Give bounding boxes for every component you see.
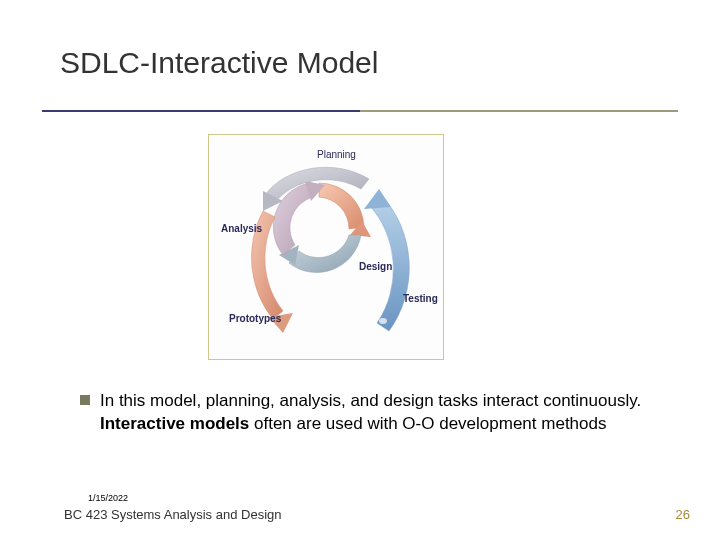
arrowhead-blue — [364, 189, 391, 209]
diagram-label-testing: Testing — [403, 293, 438, 304]
footer-course: BC 423 Systems Analysis and Design — [64, 507, 282, 522]
slide-number: 26 — [676, 507, 690, 522]
diagram-cycle-svg — [209, 135, 445, 361]
bullet-item: In this model, planning, analysis, and d… — [80, 390, 670, 436]
bullet-text: In this model, planning, analysis, and d… — [100, 390, 670, 436]
arc-top-right — [319, 183, 364, 229]
arc-bottom — [289, 235, 361, 272]
bullet-text-part2: often are used with O-O development meth… — [249, 414, 606, 433]
bullet-text-part1: In this model, planning, analysis, and d… — [100, 391, 641, 410]
diagram-label-planning: Planning — [317, 149, 356, 160]
slide-title: SDLC-Interactive Model — [60, 46, 378, 80]
diagram-label-design: Design — [359, 261, 392, 272]
svg-point-0 — [379, 318, 387, 324]
slide-date: 1/15/2022 — [88, 493, 128, 503]
bullet-marker-icon — [80, 395, 90, 405]
diagram-label-analysis: Analysis — [221, 223, 262, 234]
sdlc-diagram: Planning Analysis Design Prototypes Test… — [208, 134, 444, 360]
title-underline — [42, 110, 678, 112]
diagram-label-prototypes: Prototypes — [229, 313, 281, 324]
bullet-text-bold: Interactive models — [100, 414, 249, 433]
